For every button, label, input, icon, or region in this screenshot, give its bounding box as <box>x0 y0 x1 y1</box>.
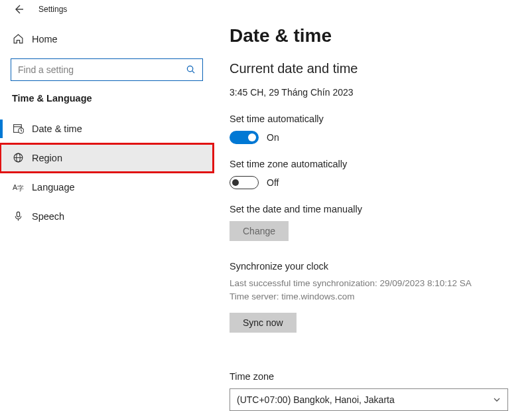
svg-line-1 <box>192 71 194 73</box>
timezone-dropdown[interactable]: (UTC+07:00) Bangkok, Hanoi, Jakarta <box>230 388 508 411</box>
sidebar-item-label: Language <box>32 182 75 193</box>
page-title: Date & time <box>230 25 519 46</box>
sidebar-item-speech[interactable]: Speech <box>0 202 214 231</box>
sidebar-section-label: Time & Language <box>12 93 214 104</box>
toggle-knob <box>232 179 239 186</box>
set-time-auto-state: On <box>267 132 279 143</box>
search-icon <box>186 64 196 74</box>
timezone-value: (UTC+07:00) Bangkok, Hanoi, Jakarta <box>237 394 395 405</box>
sync-title: Synchronize your clock <box>230 261 519 272</box>
set-time-auto-label: Set time automatically <box>230 114 519 124</box>
set-tz-auto-label: Set time zone automatically <box>230 159 519 169</box>
svg-rect-12 <box>17 212 19 216</box>
sidebar-home[interactable]: Home <box>0 27 214 52</box>
sync-last-line: Last successful time synchronization: 29… <box>230 277 519 290</box>
sync-server-line: Time server: time.windows.com <box>230 290 519 303</box>
current-datetime: 3:45 CH, 29 Tháng Chín 2023 <box>230 87 519 98</box>
change-button[interactable]: Change <box>230 221 289 241</box>
set-time-auto-toggle[interactable] <box>230 131 259 144</box>
language-icon: A字 <box>12 181 24 193</box>
content-pane: Date & time Current date and time 3:45 C… <box>214 19 532 412</box>
globe-icon <box>12 152 24 163</box>
sync-info: Last successful time synchronization: 29… <box>230 277 519 304</box>
sidebar-home-label: Home <box>32 34 58 44</box>
home-icon <box>12 33 24 44</box>
window-title: Settings <box>38 5 67 14</box>
set-tz-auto-toggle[interactable] <box>230 176 259 189</box>
sync-now-button[interactable]: Sync now <box>230 313 297 333</box>
sidebar-item-region[interactable]: Region <box>0 143 214 173</box>
svg-point-0 <box>187 66 192 71</box>
toggle-knob <box>248 133 256 141</box>
titlebar: Settings <box>0 0 532 19</box>
timezone-label: Time zone <box>230 371 519 382</box>
calendar-clock-icon <box>12 123 24 134</box>
sidebar-item-language[interactable]: A字 Language <box>0 173 214 202</box>
sidebar-item-label: Date & time <box>32 123 82 134</box>
section-subtitle: Current date and time <box>230 61 519 76</box>
arrow-left-icon <box>13 4 24 15</box>
search-input[interactable] <box>18 64 186 75</box>
manual-set-label: Set the date and time manually <box>230 204 519 214</box>
sidebar-item-label: Speech <box>32 211 64 222</box>
set-tz-auto-state: Off <box>267 177 279 188</box>
sidebar-item-label: Region <box>32 153 62 163</box>
back-button[interactable] <box>11 1 27 17</box>
search-box[interactable] <box>11 58 203 81</box>
sidebar: Home Time & Language Date & time Region <box>0 19 214 412</box>
chevron-down-icon <box>493 396 501 404</box>
microphone-icon <box>12 210 24 222</box>
svg-text:字: 字 <box>17 185 24 192</box>
sidebar-item-date-time[interactable]: Date & time <box>0 114 214 143</box>
